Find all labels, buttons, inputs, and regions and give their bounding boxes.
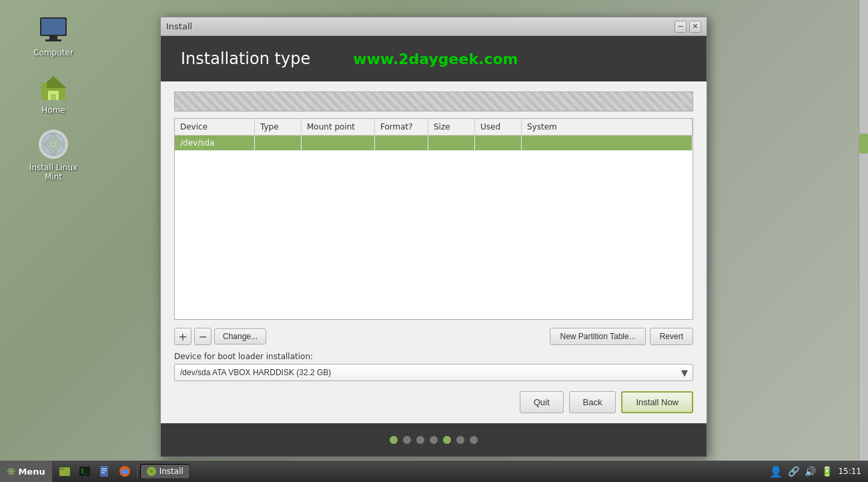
install-header: Installation type www.2daygeek.com [161,36,707,81]
install-dialog: Install − ✕ Installation type www.2dayge… [160,17,707,457]
progress-dot-2 [403,436,411,444]
taskbar: ❋ Menu $_ [0,461,868,482]
install-title: Installation type [181,49,310,68]
filemanager-icon [58,465,71,478]
svg-rect-2 [49,36,57,39]
partition-table-body[interactable]: /dev/sda [175,136,693,319]
svg-point-25 [150,470,153,473]
disk-bar-unallocated [175,92,693,111]
window-controls: − ✕ [675,21,701,33]
terminal-icon: $_ [78,465,91,478]
desktop: Computer Home Install Linux M [0,0,868,482]
bootloader-label: Device for boot loader installation: [174,352,693,361]
taskbar-clock: 15:11 [838,467,861,476]
install-label: Install Linux Mint [27,163,80,182]
cd-svg [37,128,69,160]
col-format: Format? [375,119,428,135]
computer-label: Computer [33,48,73,57]
revert-button[interactable]: Revert [650,328,693,345]
taskbar-apps: $_ [53,462,763,481]
battery-icon: 🔋 [821,466,833,477]
install-content: Device Type Mount point Format? Size Use… [161,81,707,423]
browser-icon [118,465,131,478]
bootloader-select-wrap: /dev/sda ATA VBOX HARDDISK (32.2 GB) ▼ [174,364,693,381]
home-icon[interactable]: Home [27,71,80,115]
table-row[interactable]: /dev/sda [175,136,693,151]
scrollbar-thumb[interactable] [859,134,868,154]
computer-icon[interactable]: Computer [27,13,80,57]
network-icon: 🔗 [788,466,799,477]
install-cd-icon [146,466,157,477]
taskbar-browser-button[interactable] [115,462,134,481]
mint-logo-icon: ❋ [7,465,15,478]
taskbar-terminal-button[interactable]: $_ [75,462,94,481]
home-label: Home [41,105,65,115]
taskbar-filemanager-button[interactable] [55,462,74,481]
close-button[interactable]: ✕ [689,21,701,33]
home-svg [37,71,69,103]
minimize-button[interactable]: − [675,21,687,33]
bootloader-select[interactable]: /dev/sda ATA VBOX HARDDISK (32.2 GB) [174,364,693,381]
computer-svg [37,13,69,45]
new-partition-table-button[interactable]: New Partition Table... [550,328,645,345]
window-titlebar: Install − ✕ [161,17,707,36]
install-linux-mint-icon[interactable]: Install Linux Mint [27,128,80,182]
progress-dot-1 [390,436,398,444]
svg-text:$_: $_ [81,468,87,474]
progress-dot-7 [470,436,478,444]
progress-dot-4 [430,436,438,444]
svg-rect-18 [100,466,108,477]
col-used: Used [475,119,522,135]
watermark: www.2daygeek.com [353,51,518,67]
back-button[interactable]: Back [569,391,616,413]
taskbar-install-active[interactable]: Install [140,464,189,479]
taskbar-right: 👤 🔗 🔊 🔋 15:11 [763,465,868,478]
cell-size [428,136,475,150]
taskbar-editor-button[interactable] [95,462,114,481]
svg-rect-14 [59,467,70,476]
svg-rect-8 [51,94,56,100]
progress-dot-5 [443,436,451,444]
cell-used [475,136,522,150]
desktop-icons: Computer Home Install Linux M [27,13,80,182]
menu-button[interactable]: ❋ Menu [0,461,53,482]
svg-rect-15 [59,469,64,470]
table-controls: + − Change... New Partition Table... Rev… [174,328,693,345]
disk-bar [174,91,693,111]
taskbar-install-label: Install [159,467,183,476]
col-size: Size [428,119,475,135]
col-type: Type [255,119,302,135]
progress-dot-6 [456,436,464,444]
partition-actions: New Partition Table... Revert [550,328,693,345]
col-device: Device [175,119,255,135]
taskbar-separator [137,465,137,478]
svg-rect-3 [45,39,61,41]
cell-system [522,136,693,150]
progress-dot-3 [416,436,424,444]
partition-table: Device Type Mount point Format? Size Use… [174,118,693,320]
desktop-scrollbar[interactable] [859,0,868,461]
cell-format [375,136,428,150]
col-system: System [522,119,693,135]
svg-rect-7 [41,83,47,91]
remove-partition-button[interactable]: − [194,328,211,345]
bootloader-section: Device for boot loader installation: /de… [174,352,693,381]
nav-buttons: Quit Back Install Now [174,391,693,413]
cell-device: /dev/sda [175,136,255,150]
install-now-button[interactable]: Install Now [621,391,693,413]
editor-icon [98,465,111,478]
cell-type [255,136,302,150]
install-footer [161,423,707,457]
svg-rect-1 [41,19,65,35]
change-button[interactable]: Change... [214,328,266,344]
menu-label: Menu [18,467,45,477]
person-icon: 👤 [769,465,783,478]
add-partition-button[interactable]: + [174,328,191,345]
quit-button[interactable]: Quit [520,391,564,413]
col-mount: Mount point [302,119,375,135]
volume-icon: 🔊 [805,466,816,477]
cell-mount [302,136,375,150]
partition-table-header: Device Type Mount point Format? Size Use… [175,119,693,136]
window-title: Install [166,21,192,31]
